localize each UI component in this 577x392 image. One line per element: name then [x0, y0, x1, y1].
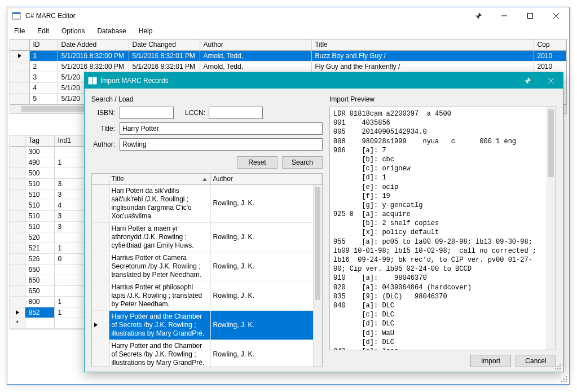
- cell-id[interactable]: 5: [29, 93, 58, 104]
- row-header[interactable]: [10, 253, 25, 264]
- row-header[interactable]: [10, 157, 25, 168]
- search-button[interactable]: Search: [282, 156, 323, 169]
- cell-author[interactable]: Rowling, J. K.: [210, 281, 322, 310]
- cell-tag[interactable]: 510: [25, 178, 54, 189]
- cell-tag[interactable]: 510: [25, 221, 54, 232]
- lccn-input[interactable]: [209, 107, 263, 119]
- cell-author[interactable]: Rowling, J. K.: [210, 252, 322, 281]
- cell-title[interactable]: Hari Poteri da sik'vdilis sač'uk'rebi /J…: [109, 184, 210, 222]
- cell-added[interactable]: 5/1/2016 8:32:00 PM: [58, 50, 129, 61]
- row-header[interactable]: [10, 189, 25, 200]
- resize-grip[interactable]: [561, 376, 568, 383]
- table-row[interactable]: 500: [10, 168, 93, 178]
- row-header[interactable]: [10, 50, 29, 61]
- table-row[interactable]: 5103: [10, 221, 93, 232]
- dialog-close-button[interactable]: [539, 73, 563, 89]
- row-header[interactable]: [92, 340, 109, 367]
- table-row[interactable]: 25/1/2016 8:32:00 PM5/1/2016 8:32:01 PMA…: [10, 61, 566, 72]
- cell-author[interactable]: Rowling, J. K.: [210, 340, 322, 367]
- row-header[interactable]: [92, 310, 109, 340]
- cell-changed[interactable]: 5/1/2016 8:32:01 PM: [129, 50, 200, 61]
- row-header[interactable]: [10, 264, 25, 275]
- cell-id[interactable]: 1: [29, 50, 58, 61]
- cell-author[interactable]: Rowling, J. K.: [210, 222, 322, 252]
- table-row[interactable]: 4901: [10, 157, 93, 168]
- cell-title[interactable]: Harrius Potter et philosophi lapis /J.K.…: [109, 281, 210, 310]
- row-header[interactable]: [10, 200, 25, 210]
- row-header[interactable]: [10, 285, 25, 296]
- minimize-button[interactable]: [491, 7, 517, 24]
- menu-edit[interactable]: Edit: [32, 25, 55, 37]
- cell-tag[interactable]: [25, 318, 54, 328]
- cell-changed[interactable]: 5/1/2016 8:32:01 PM: [129, 61, 200, 72]
- menu-options[interactable]: Options: [56, 25, 90, 37]
- row-header-corner[interactable]: [10, 39, 29, 50]
- row-header[interactable]: [10, 307, 25, 318]
- search-results-grid[interactable]: Title Author Hari Poteri da sik'vdilis s…: [91, 173, 323, 367]
- cell-added[interactable]: 5/1/2016 8:32:00 PM: [58, 61, 129, 72]
- cell-author[interactable]: Arnold, Tedd,: [200, 61, 311, 72]
- cell-title[interactable]: Harry Potter and the Chamber of Secrets …: [109, 340, 210, 367]
- results-col-author[interactable]: Author: [210, 174, 322, 184]
- table-row[interactable]: 520: [10, 232, 93, 243]
- cell-cop[interactable]: 2010: [534, 50, 566, 61]
- row-header[interactable]: [10, 221, 25, 232]
- table-row[interactable]: 5103: [10, 178, 93, 189]
- cell-title[interactable]: Fly Guy and the Frankenfly /: [311, 61, 534, 72]
- row-header[interactable]: [92, 222, 109, 252]
- cell-title[interactable]: Buzz Boy and Fly Guy /: [311, 50, 534, 61]
- row-header[interactable]: [10, 82, 29, 93]
- menu-help[interactable]: Help: [133, 25, 158, 37]
- row-header[interactable]: [92, 281, 109, 310]
- cell-title[interactable]: Harri Potter a maen yr athronydd /J.K. R…: [109, 222, 210, 252]
- col-tag[interactable]: Tag: [25, 135, 54, 146]
- cell-tag[interactable]: 490: [25, 157, 54, 168]
- col-date-changed[interactable]: Date Changed: [129, 39, 200, 50]
- table-row[interactable]: 8521: [10, 307, 93, 318]
- cell-tag[interactable]: 300: [25, 146, 54, 157]
- row-header[interactable]: [10, 72, 29, 82]
- tags-grid[interactable]: Tag Ind1 3004901500510351035104510351035…: [10, 135, 93, 329]
- cell-tag[interactable]: 650: [25, 275, 54, 285]
- cell-tag[interactable]: 510: [25, 189, 54, 200]
- close-button[interactable]: [543, 7, 569, 24]
- row-header[interactable]: [92, 252, 109, 281]
- row-header[interactable]: [10, 232, 25, 243]
- reset-button[interactable]: Reset: [237, 156, 278, 169]
- cell-tag[interactable]: 510: [25, 210, 54, 221]
- title-input[interactable]: [120, 122, 323, 135]
- dialog-pin-button[interactable]: [516, 73, 539, 89]
- table-row[interactable]: 15/1/2016 8:32:00 PM5/1/2016 8:32:01 PMA…: [10, 50, 566, 61]
- cell-tag[interactable]: 650: [25, 264, 54, 275]
- table-row[interactable]: 650: [10, 264, 93, 275]
- cell-cop[interactable]: 2010: [534, 61, 566, 72]
- row-header[interactable]: [10, 61, 29, 72]
- table-row[interactable]: 8001: [10, 296, 93, 307]
- results-col-title[interactable]: Title: [109, 174, 210, 184]
- cell-tag[interactable]: 521: [25, 243, 54, 253]
- row-header[interactable]: [10, 210, 25, 221]
- row-header[interactable]: [92, 184, 109, 222]
- table-row[interactable]: Harri Potter a maen yr athronydd /J.K. R…: [92, 222, 322, 252]
- results-vscrollbar[interactable]: [313, 185, 322, 367]
- cell-id[interactable]: 2: [29, 61, 58, 72]
- cell-tag[interactable]: 852: [25, 307, 54, 318]
- cell-author[interactable]: Rowling, J. K.: [210, 184, 322, 222]
- table-row[interactable]: *: [10, 318, 93, 328]
- table-row[interactable]: 5211: [10, 243, 93, 253]
- cell-tag[interactable]: 520: [25, 232, 54, 243]
- row-header[interactable]: [10, 296, 25, 307]
- row-header[interactable]: [10, 168, 25, 178]
- col-cop[interactable]: Cop: [534, 39, 566, 50]
- author-input[interactable]: [120, 138, 323, 151]
- cell-title[interactable]: Harrius Potter et Camera Secretorum /by …: [109, 252, 210, 281]
- table-row[interactable]: 5103: [10, 189, 93, 200]
- import-button[interactable]: Import: [470, 355, 511, 367]
- table-row[interactable]: 5104: [10, 200, 93, 210]
- table-row[interactable]: 650: [10, 275, 93, 285]
- table-row[interactable]: 5260: [10, 253, 93, 264]
- preview-vscrollbar[interactable]: [547, 107, 556, 350]
- preview-textarea[interactable]: LDR 01818cam a2200397 a 4500 001 4035856…: [329, 107, 556, 350]
- cell-id[interactable]: 4: [29, 82, 58, 93]
- cell-tag[interactable]: 500: [25, 168, 54, 178]
